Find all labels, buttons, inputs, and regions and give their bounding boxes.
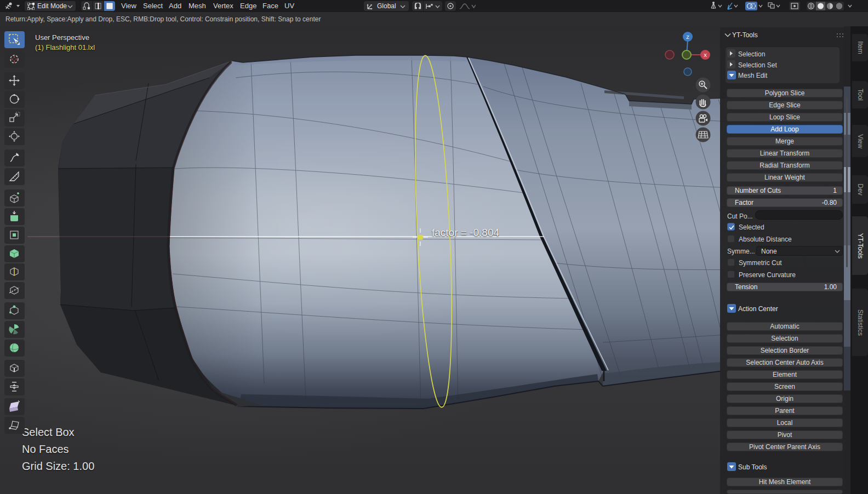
svg-text:X: X bbox=[704, 53, 707, 58]
svg-text:Z: Z bbox=[686, 35, 689, 40]
